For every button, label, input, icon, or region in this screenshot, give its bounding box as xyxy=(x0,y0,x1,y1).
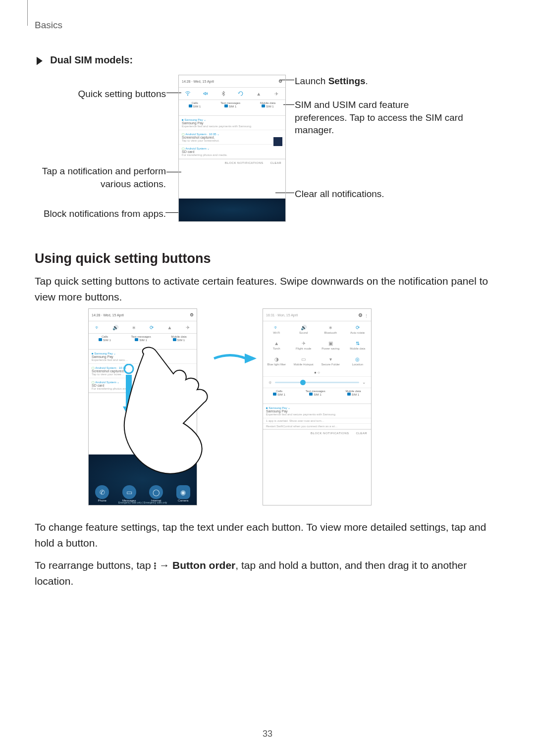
torch-icon[interactable]: ▲ xyxy=(273,340,279,346)
sim-data[interactable]: Mobile data SIM 1 xyxy=(260,101,275,108)
figure-swipe-down: 14:28 · Wed, 15 April ⚙ ᯤ 🔊 ∗ ⟳ ▲ ✈ Call… xyxy=(35,308,500,516)
bluetooth-icon[interactable]: ∗ xyxy=(131,324,137,330)
rotate-icon[interactable]: ⟳ xyxy=(149,324,155,330)
statusbar: 14:28 · Wed, 15 April ⚙ xyxy=(89,309,197,321)
svg-marker-4 xyxy=(245,353,257,363)
torch-icon[interactable]: ▲ xyxy=(166,324,172,330)
svg-point-1 xyxy=(124,364,133,373)
callout-launch-settings: Launch Settings. xyxy=(295,75,463,88)
page-dots: ● ○ xyxy=(263,369,371,376)
sound-icon[interactable]: 🔊 xyxy=(112,324,118,330)
statusbar-date: Wed, 15 April xyxy=(193,80,214,83)
statusbar-time: 14:28 xyxy=(182,80,191,83)
triangle-icon: ► xyxy=(35,52,45,68)
rotate-icon[interactable] xyxy=(238,91,244,97)
panel-footer: BLOCK NOTIFICATIONS CLEAR xyxy=(263,429,371,441)
paragraph-change-settings: To change feature settings, tap the text… xyxy=(35,519,500,551)
svg-point-0 xyxy=(187,95,188,96)
chevron-down-icon[interactable]: ⌄ xyxy=(362,380,366,385)
paragraph-rearrange: To rearrange buttons, tap ••• → Button o… xyxy=(35,557,500,589)
internet-app-icon[interactable]: ◯ xyxy=(149,485,163,499)
notification-item[interactable]: ▢ Android System · 10:35 Screenshot capt… xyxy=(89,364,197,378)
location-icon[interactable]: ◎ xyxy=(355,356,361,362)
messages-app-icon[interactable]: ▭ xyxy=(122,485,136,499)
gear-icon[interactable]: ⚙ xyxy=(190,312,194,317)
hotspot-icon[interactable]: ▭ xyxy=(301,356,307,362)
notification-item[interactable]: ■ Samsung Pay ⌄ Samsung Pay Experience f… xyxy=(89,350,197,364)
wifi-icon[interactable] xyxy=(185,91,191,97)
phone-panel-before: 14:28 · Wed, 15 April ⚙ ᯤ 🔊 ∗ ⟳ ▲ ✈ Call… xyxy=(88,308,197,505)
clear-button[interactable]: CLEAR xyxy=(356,432,367,441)
notification-item[interactable]: ▢ Android System ⌄ SD card For transferr… xyxy=(89,378,197,393)
plane-icon[interactable]: ✈ xyxy=(301,340,307,346)
securefolder-icon[interactable]: ▾ xyxy=(327,356,333,362)
camera-app-icon[interactable]: ◉ xyxy=(176,485,190,499)
panel-footer: BLOCK NOTIFICATIONS CLEAR xyxy=(179,159,285,170)
qs-grid-row: ᯤWi-Fi 🔊Sound ∗Bluetooth ⟳Auto rotate xyxy=(263,321,371,337)
homescreen: ✆Phone ▭Messages ◯Internet ◉Camera xyxy=(89,454,197,505)
callout-sim-prefs: SIM and USIM card feature preferences. T… xyxy=(295,99,463,137)
panel-footer: BLOCK NOTIFICATIONS xyxy=(89,393,197,404)
block-notifications-button[interactable]: BLOCK NOTIFICATIONS xyxy=(157,395,195,404)
button-order-label: Button order xyxy=(172,559,235,571)
statusbar: 16:31 · Mon, 15 April ⚙ ⋮ xyxy=(263,309,371,321)
sound-icon[interactable]: 🔊 xyxy=(301,324,307,330)
notification-item[interactable]: ▢ Android System ⌄ SD card For transferr… xyxy=(179,145,285,159)
block-notifications-button[interactable]: BLOCK NOTIFICATIONS xyxy=(225,161,263,170)
block-notifications-button[interactable]: BLOCK NOTIFICATIONS xyxy=(311,432,349,441)
rotate-icon[interactable]: ⟳ xyxy=(355,324,361,330)
sim-texts[interactable]: Text messages SIM 1 xyxy=(220,101,240,108)
svg-marker-3 xyxy=(123,406,135,417)
subhead-dual-sim: ► Dual SIM models: xyxy=(35,54,500,66)
phone-panel-collapsed: 14:28 · Wed, 15 April ⚙ ▲ ✈ xyxy=(178,75,286,222)
heading-using-quick-settings: Using quick setting buttons xyxy=(35,251,500,266)
notification-item[interactable]: ■ Samsung Pay ⌄ Samsung Pay Experience f… xyxy=(179,116,285,130)
phone-panel-expanded: 16:31 · Mon, 15 April ⚙ ⋮ ᯤWi-Fi 🔊Sound … xyxy=(263,308,372,505)
callout-clear-all: Clear all notifications. xyxy=(295,188,463,201)
callout-tap-notification: Tap a notification and perform various a… xyxy=(35,165,166,190)
qs-grid-row: ▲Torch ✈Flight mode ▣Power saving ⇅Mobil… xyxy=(263,337,371,353)
sim-row[interactable]: Calls SIM 1 Text messages SIM 1 Mobile d… xyxy=(263,388,371,404)
manual-page: Basics ► Dual SIM models: Quick setting … xyxy=(0,0,535,756)
sim-row[interactable]: Calls SIM 1 Text messages SIM 1 Mobile d… xyxy=(89,334,197,350)
homescreen-shade xyxy=(179,199,285,221)
mobiledata-icon[interactable]: ⇅ xyxy=(355,340,361,346)
wifi-icon[interactable]: ᯤ xyxy=(273,324,279,330)
clear-button[interactable]: CLEAR xyxy=(270,161,281,170)
notification-item[interactable]: ■ Samsung Pay ⌄ Samsung Pay Experience f… xyxy=(263,404,371,418)
bluetooth-icon[interactable]: ∗ xyxy=(327,324,333,330)
brightness-slider[interactable]: ☼ ⌄ xyxy=(263,376,371,388)
plane-icon[interactable]: ✈ xyxy=(185,324,191,330)
sim-row[interactable]: Calls SIM 1 Text messages SIM 1 Mobile d… xyxy=(179,100,285,116)
right-arrow-icon xyxy=(213,351,258,366)
sim-calls[interactable]: Calls SIM 1 xyxy=(189,101,201,108)
callout-block-notifications: Block notifications from apps. xyxy=(35,207,166,220)
callout-quick-settings: Quick setting buttons xyxy=(35,88,166,101)
plane-icon[interactable]: ✈ xyxy=(273,91,279,97)
gear-icon[interactable]: ⚙ xyxy=(278,79,282,84)
paragraph-using: Tap quick setting buttons to activate ce… xyxy=(35,273,500,304)
notification-item[interactable]: 1 app is overlaid. Show over now and tur… xyxy=(263,418,371,424)
notification-item[interactable]: Restart SwiftControl when you connect th… xyxy=(263,424,371,429)
more-icon[interactable]: ⋮ xyxy=(365,314,368,317)
screenshot-thumbnail[interactable] xyxy=(273,137,282,146)
quick-settings-row[interactable]: ᯤ 🔊 ∗ ⟳ ▲ ✈ xyxy=(89,321,197,334)
notification-item[interactable]: ▢ Android System · 10:35 ⌄ Screenshot ca… xyxy=(179,130,285,145)
bluelight-icon[interactable]: ◑ xyxy=(273,356,279,362)
slider-thumb[interactable] xyxy=(300,380,306,385)
powersave-icon[interactable]: ▣ xyxy=(327,340,333,346)
gear-icon[interactable]: ⚙ xyxy=(358,312,363,318)
wifi-icon[interactable]: ᯤ xyxy=(95,324,101,330)
sound-icon[interactable] xyxy=(203,91,209,97)
phone-app-icon[interactable]: ✆ xyxy=(95,485,109,499)
brightness-icon: ☼ xyxy=(268,380,272,385)
statusbar: 14:28 · Wed, 15 April ⚙ xyxy=(179,75,285,88)
page-number: 33 xyxy=(0,729,535,739)
torch-icon[interactable]: ▲ xyxy=(256,91,262,97)
qs-grid-row: ◑Blue light filter ▭Mobile Hotspot ▾Secu… xyxy=(263,353,371,369)
emergency-calls-text: Emergency calls only | Emergency calls o… xyxy=(89,501,197,504)
svg-rect-2 xyxy=(126,375,132,407)
quick-settings-row[interactable]: ▲ ✈ xyxy=(179,88,285,100)
section-label: Basics xyxy=(35,20,500,31)
bluetooth-icon[interactable] xyxy=(220,91,226,97)
